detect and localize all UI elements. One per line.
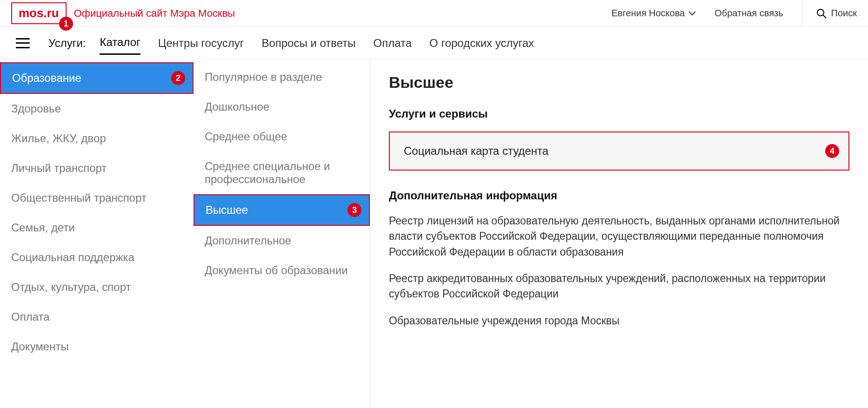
subcategory-preschool[interactable]: Дошкольное (194, 92, 370, 122)
category-health[interactable]: Здоровье (0, 94, 194, 124)
info-paragraph: Реестр аккредитованных образовательных у… (389, 271, 849, 302)
category-education[interactable]: Образование 2 (0, 62, 194, 94)
nav-bar: Услуги: Каталог Центры госуслуг Вопросы … (0, 27, 868, 59)
user-menu[interactable]: Евгения Носкова (611, 8, 696, 19)
subcategory-label: Дополнительное (205, 234, 291, 247)
category-label: Жилье, ЖКУ, двор (11, 132, 106, 145)
subcategory-edu-documents[interactable]: Документы об образовании (194, 256, 370, 285)
divider (802, 0, 802, 27)
category-label: Общественный транспорт (11, 191, 147, 204)
category-recreation[interactable]: Отдых, культура, спорт (0, 272, 194, 302)
category-label: Документы (11, 340, 69, 353)
service-card-label: Социальная карта студента (404, 145, 548, 158)
chevron-down-icon (688, 11, 696, 16)
nav-item-about[interactable]: О городских услугах (429, 32, 534, 54)
panel-title: Высшее (389, 73, 849, 92)
category-label: Социальная поддержка (11, 251, 134, 264)
nav-item-payment[interactable]: Оплата (374, 32, 412, 54)
subcategory-special-prof[interactable]: Среднее специальное и профессиональное (194, 151, 370, 194)
subcategory-label: Дошкольное (205, 100, 269, 113)
annotation-badge-1: 1 (59, 17, 73, 31)
category-label: Семья, дети (11, 221, 75, 234)
top-bar: mos.ru 1 Официальный сайт Мэра Москвы Ев… (0, 0, 868, 27)
subcategory-column: Популярное в разделе Дошкольное Среднее … (194, 59, 370, 408)
category-public-transport[interactable]: Общественный транспорт (0, 183, 194, 213)
nav-item-centers[interactable]: Центры госуслуг (158, 32, 244, 54)
user-name: Евгения Носкова (611, 8, 685, 19)
subcategory-secondary[interactable]: Среднее общее (194, 122, 370, 151)
nav-item-faq[interactable]: Вопросы и ответы (261, 32, 355, 54)
subcategory-additional[interactable]: Дополнительное (194, 226, 370, 256)
service-card-student-social-card[interactable]: Социальная карта студента 4 (389, 132, 849, 171)
detail-panel: Высшее Услуги и сервисы Социальная карта… (370, 59, 868, 408)
subcategory-higher[interactable]: Высшее 3 (194, 194, 370, 226)
subcategory-popular[interactable]: Популярное в разделе (194, 62, 370, 92)
catalog-columns: Образование 2 Здоровье Жилье, ЖКУ, двор … (0, 59, 868, 408)
category-documents[interactable]: Документы (0, 332, 194, 362)
info-paragraph: Реестр лицензий на образовательную деяте… (389, 213, 849, 260)
category-personal-transport[interactable]: Личный транспорт (0, 153, 194, 183)
nav-item-catalog[interactable]: Каталог (100, 31, 140, 55)
svg-line-1 (823, 15, 826, 18)
subcategory-label: Среднее общее (205, 130, 287, 143)
search-label: Поиск (831, 8, 857, 19)
category-housing[interactable]: Жилье, ЖКУ, двор (0, 124, 194, 153)
logo-text: mos.ru (19, 6, 59, 20)
nav-label: Услуги: (48, 37, 86, 50)
info-paragraph: Образовательные учреждения города Москвы (389, 313, 849, 329)
category-column: Образование 2 Здоровье Жилье, ЖКУ, двор … (0, 59, 194, 408)
info-heading: Дополнительная информация (389, 189, 849, 202)
subcategory-label: Среднее специальное и профессиональное (205, 160, 359, 186)
category-social-support[interactable]: Социальная поддержка (0, 243, 194, 272)
category-payment[interactable]: Оплата (0, 302, 194, 332)
annotation-badge-4: 4 (825, 144, 839, 158)
category-label: Личный транспорт (11, 162, 107, 175)
search-icon (816, 8, 827, 19)
category-family[interactable]: Семья, дети (0, 213, 194, 243)
category-label: Отдых, культура, спорт (11, 281, 131, 294)
svg-point-0 (817, 9, 824, 16)
category-label: Здоровье (11, 102, 61, 115)
site-logo[interactable]: mos.ru 1 (11, 2, 67, 24)
subcategory-label: Документы об образовании (205, 264, 348, 277)
subcategory-label: Высшее (206, 204, 248, 217)
category-label: Оплата (11, 310, 50, 323)
category-label: Образование (12, 72, 81, 85)
site-tagline: Официальный сайт Мэра Москвы (74, 7, 235, 20)
annotation-badge-2: 2 (171, 71, 185, 85)
hamburger-icon[interactable] (16, 38, 30, 48)
annotation-badge-3: 3 (347, 203, 361, 217)
services-heading: Услуги и сервисы (389, 107, 849, 120)
search-button[interactable]: Поиск (816, 8, 857, 19)
subcategory-label: Популярное в разделе (205, 71, 322, 84)
feedback-link[interactable]: Обратная связь (714, 8, 783, 19)
